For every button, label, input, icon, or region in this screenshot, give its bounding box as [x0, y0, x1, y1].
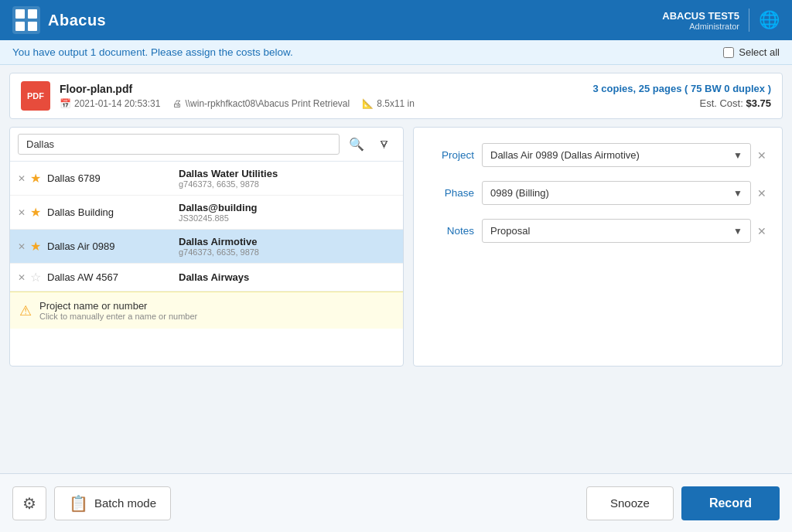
batch-mode-label: Batch mode	[94, 496, 156, 510]
record-button[interactable]: Record	[681, 486, 780, 520]
user-name: ABACUS TEST5	[662, 10, 739, 22]
doc-cost: Est. Cost: $3.75	[593, 97, 771, 109]
star-2[interactable]: ★	[30, 205, 41, 220]
notes-select-wrap: Proposal ▼ ✕	[482, 219, 768, 243]
doc-left: PDF Floor-plan.pdf 📅 2021-01-14 20:53:31…	[21, 81, 415, 111]
doc-meta: 📅 2021-01-14 20:53:31 🖨 \\win-rpkhfkact0…	[60, 98, 415, 109]
right-panel: Project Dallas Air 0989 (Dallas Airmotiv…	[413, 127, 783, 367]
doc-copies: 3 copies, 25 pages ( 75 BW 0 duplex )	[593, 83, 771, 94]
warning-subtitle: Click to manually enter a name or number	[39, 312, 197, 321]
doc-size: 📐 8.5x11 in	[362, 98, 415, 109]
warning-row[interactable]: ⚠ Project name or number Click to manual…	[10, 292, 403, 329]
left-panel: 🔍 ⛛ ✕ ★ Dallas 6789 Dallas Water Utiliti…	[9, 127, 404, 367]
project-clear-btn[interactable]: ✕	[756, 148, 768, 163]
phase-select[interactable]: 0989 (Billing) ▼	[482, 181, 751, 205]
warning-icon: ⚠	[19, 302, 32, 319]
form-row-project: Project Dallas Air 0989 (Dallas Airmotiv…	[428, 143, 768, 167]
doc-name: Floor-plan.pdf	[60, 83, 415, 95]
batch-icon: 📋	[69, 494, 88, 513]
project-company-4: Dallas Airways	[179, 271, 395, 283]
remove-btn-1[interactable]: ✕	[18, 174, 26, 183]
search-input[interactable]	[18, 134, 340, 155]
warning-text: Project name or number Click to manually…	[39, 300, 197, 321]
svg-rect-3	[15, 22, 25, 31]
doc-cost-value: $3.75	[746, 97, 771, 109]
settings-button[interactable]: ⚙	[12, 486, 46, 520]
svg-rect-1	[15, 9, 25, 19]
app-name: Abacus	[48, 12, 106, 29]
select-all-label: Select all	[739, 46, 780, 58]
notes-clear-btn[interactable]: ✕	[756, 223, 768, 239]
phase-select-wrap: 0989 (Billing) ▼ ✕	[482, 181, 768, 205]
batch-mode-button[interactable]: 📋 Batch mode	[54, 486, 171, 520]
notes-chevron-icon: ▼	[733, 226, 742, 237]
project-name-1: Dallas 6789	[47, 172, 179, 184]
header: Abacus ABACUS TEST5 Administrator 🌐	[0, 0, 792, 40]
info-bar-message: You have output 1 document. Please assig…	[12, 46, 293, 58]
phase-value: 0989 (Billing)	[490, 187, 549, 199]
document-card: PDF Floor-plan.pdf 📅 2021-01-14 20:53:31…	[9, 73, 783, 119]
remove-btn-3[interactable]: ✕	[18, 242, 26, 251]
form-row-notes: Notes Proposal ▼ ✕	[428, 219, 768, 243]
doc-printer: 🖨 \\win-rpkhfkact08\Abacus Print Retriev…	[172, 98, 350, 109]
project-name-4: Dallas AW 4567	[47, 271, 179, 283]
project-select[interactable]: Dallas Air 0989 (Dallas Airmotive) ▼	[482, 143, 751, 167]
doc-right: 3 copies, 25 pages ( 75 BW 0 duplex ) Es…	[593, 83, 771, 109]
calendar-icon: 📅	[60, 98, 71, 109]
warning-title: Project name or number	[39, 300, 197, 312]
project-name-2: Dallas Building	[47, 206, 179, 218]
user-info: ABACUS TEST5 Administrator	[662, 10, 739, 31]
search-bar: 🔍 ⛛	[10, 128, 403, 162]
logo-icon	[12, 6, 40, 34]
phase-label: Phase	[428, 187, 474, 199]
selection-arrow	[397, 240, 403, 254]
header-right: ABACUS TEST5 Administrator 🌐	[662, 9, 780, 32]
globe-icon[interactable]: 🌐	[759, 10, 780, 30]
phase-chevron-icon: ▼	[733, 188, 742, 199]
snooze-button[interactable]: Snooze	[586, 486, 674, 520]
project-name-3: Dallas Air 0989	[47, 240, 179, 252]
phase-clear-btn[interactable]: ✕	[756, 186, 768, 201]
main-content: 🔍 ⛛ ✕ ★ Dallas 6789 Dallas Water Utiliti…	[9, 127, 783, 367]
project-company-3: Dallas Airmotive g746373, 6635, 9878	[179, 236, 395, 257]
project-select-wrap: Dallas Air 0989 (Dallas Airmotive) ▼ ✕	[482, 143, 768, 167]
project-company-2: Dallas@building JS30245.885	[179, 202, 395, 223]
notes-label: Notes	[428, 225, 474, 237]
project-chevron-icon: ▼	[733, 150, 742, 161]
doc-info: Floor-plan.pdf 📅 2021-01-14 20:53:31 🖨 \…	[60, 83, 415, 109]
project-value: Dallas Air 0989 (Dallas Airmotive)	[490, 149, 640, 161]
project-item-2[interactable]: ✕ ★ Dallas Building Dallas@building JS30…	[10, 196, 403, 230]
search-button[interactable]: 🔍	[344, 134, 369, 155]
star-3[interactable]: ★	[30, 239, 41, 254]
star-1[interactable]: ★	[30, 171, 41, 186]
footer-right: Snooze Record	[586, 486, 780, 520]
svg-rect-4	[28, 22, 37, 31]
size-icon: 📐	[362, 98, 374, 109]
project-item-4[interactable]: ✕ ☆ Dallas AW 4567 Dallas Airways	[10, 264, 403, 292]
header-divider	[749, 9, 749, 32]
doc-date: 📅 2021-01-14 20:53:31	[60, 98, 160, 109]
project-list: ✕ ★ Dallas 6789 Dallas Water Utilities g…	[10, 162, 403, 366]
notes-select[interactable]: Proposal ▼	[482, 219, 751, 243]
project-item-1[interactable]: ✕ ★ Dallas 6789 Dallas Water Utilities g…	[10, 162, 403, 196]
remove-btn-2[interactable]: ✕	[18, 208, 26, 217]
user-role: Administrator	[662, 22, 739, 31]
project-company-1: Dallas Water Utilities g746373, 6635, 98…	[179, 168, 395, 189]
notes-value: Proposal	[490, 225, 530, 237]
form-row-phase: Phase 0989 (Billing) ▼ ✕	[428, 181, 768, 205]
filter-button[interactable]: ⛛	[374, 135, 395, 155]
printer-icon: 🖨	[172, 98, 182, 109]
remove-btn-4[interactable]: ✕	[18, 273, 26, 282]
footer-left: ⚙ 📋 Batch mode	[12, 486, 171, 520]
project-label: Project	[428, 149, 474, 161]
footer: ⚙ 📋 Batch mode Snooze Record	[0, 473, 792, 532]
select-all-checkbox[interactable]	[723, 47, 734, 58]
select-all-wrap[interactable]: Select all	[723, 46, 780, 58]
info-bar: You have output 1 document. Please assig…	[0, 40, 792, 65]
svg-rect-2	[28, 9, 37, 19]
star-4[interactable]: ☆	[30, 270, 41, 285]
project-item-3[interactable]: ✕ ★ Dallas Air 0989 Dallas Airmotive g74…	[10, 230, 403, 264]
pdf-icon: PDF	[21, 81, 50, 111]
app-logo: Abacus	[12, 6, 106, 34]
